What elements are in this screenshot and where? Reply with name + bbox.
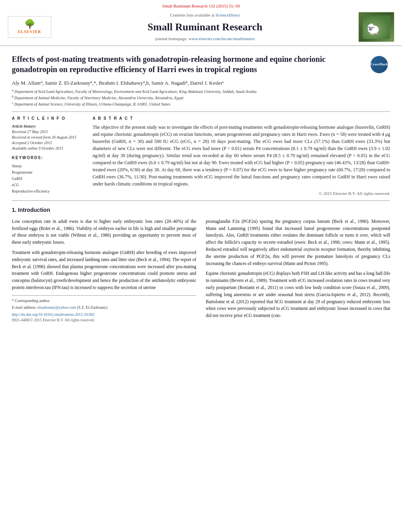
intro-two-col: Low conception rate in adult ewes is due… [12,218,390,323]
keywords-heading: Keywords: [12,155,85,161]
article-title: Effects of post-mating treatments with g… [12,54,370,74]
introduction-section: 1. Introduction Low conception rate in a… [12,206,390,323]
article-history: Article history: Received 27 May 2015 Re… [12,124,85,151]
section1-heading: 1. Introduction [12,206,390,214]
journal-thumbnail: 🐑 [359,12,394,42]
journal-homepage: journal homepage: www.elsevier.com/locat… [51,36,359,42]
article-info-abstract: A R T I C L E I N F O Article history: R… [12,116,390,196]
keyword-repro-efficiency: Reproductive efficiency [12,188,85,195]
intro-left: Low conception rate in adult ewes is due… [12,218,196,323]
footnote-email: E-mail address: elzarkouny@yahoo.com (S.… [12,305,196,310]
journal-title-center: Contents lists available at ScienceDirec… [51,12,359,42]
elsevier-tree-icon: 🌳 [24,20,35,28]
journal-banner: 🌳 ELSEVIER Contents lists available at S… [8,11,394,45]
intro-para-1: Low conception rate in adult ewes is due… [12,218,196,246]
divider-1 [12,111,390,112]
intro-para-right-2: Equine chorionic gonadotropin (eCG) disp… [206,270,390,319]
journal-citation: Small Ruminant Research 132 (2015) 55–59 [162,4,240,8]
affiliation-b: b Department of Animal Medicine, Faculty… [12,95,390,101]
left-col: A R T I C L E I N F O Article history: R… [12,116,85,196]
email-link[interactable]: elzarkouny@yahoo.com [37,305,76,310]
journal-main-title: Small Ruminant Research [51,20,359,34]
journal-homepage-link[interactable]: www.elsevier.com/locate/smallrumres [189,36,255,41]
intro-right: prostaglandin F2α (PGF2α) sparing the pr… [206,218,390,323]
doi-line: http://dx.doi.org/10.1016/j.smallrumres.… [12,312,196,317]
article-content: Effects of post-mating treatments with g… [0,46,402,331]
keyword-ecg: eCG [12,182,85,188]
journal-header: Small Ruminant Research 132 (2015) 55–59… [0,0,402,46]
article-info-section: A R T I C L E I N F O Article history: R… [12,116,85,151]
journal-top-bar: Small Ruminant Research 132 (2015) 55–59 [8,3,394,9]
article-title-section: Effects of post-mating treatments with g… [12,50,390,76]
keyword-progesterone: Progesterone [12,169,85,176]
page: Small Ruminant Research 132 (2015) 55–59… [0,0,402,331]
footnote-corresponding: * Corresponding author. [12,298,196,304]
crossmark-icon: CrossMark [370,56,388,73]
elsevier-text: ELSEVIER [18,29,41,35]
journal-thumb-inner: 🐑 [363,15,390,39]
right-col: A B S T R A C T The objective of the pre… [93,116,390,196]
affiliations: a Department of Arid Land Agriculture, F… [12,88,390,108]
intro-para-2: Treatment with gonadotropin-releasing ho… [12,249,196,291]
copyright-line: © 2015 Elsevier B.V. All rights reserved… [93,191,390,196]
divider-2 [12,200,390,201]
sciencedirect-link[interactable]: ScienceDirect [216,13,240,17]
sheep-icon: 🐑 [367,22,380,37]
issn-line: 0921-4488/© 2015 Elsevier B.V. All right… [12,317,196,323]
intro-para-right-1: prostaglandin F2α (PGF2α) sparing the pr… [206,218,390,267]
keyword-sheep: Sheep [12,163,85,169]
elsevier-logo: 🌳 ELSEVIER [8,16,51,38]
contents-line: Contents lists available at ScienceDirec… [51,12,359,18]
doi-link[interactable]: http://dx.doi.org/10.1016/j.smallrumres.… [12,312,95,317]
crossmark-badge[interactable]: CrossMark [370,56,390,76]
footnote-section: * Corresponding author. E-mail address: … [12,295,196,323]
abstract-heading: A B S T R A C T [93,116,390,121]
keywords-section: Keywords: Sheep Progesterone GnRH eCG Re… [12,155,85,195]
affiliation-a: a Department of Arid Land Agriculture, F… [12,88,390,95]
article-info-heading: A R T I C L E I N F O [12,116,85,121]
authors-line: Aly M. Allamᵃ, Samir Z. El-Zarkounyᵃ,*, … [12,80,390,87]
abstract-text: The objective of the present study was t… [93,124,390,187]
affiliation-c: c Department of Animal Science, Universi… [12,101,390,107]
keyword-gnrh: GnRH [12,176,85,182]
